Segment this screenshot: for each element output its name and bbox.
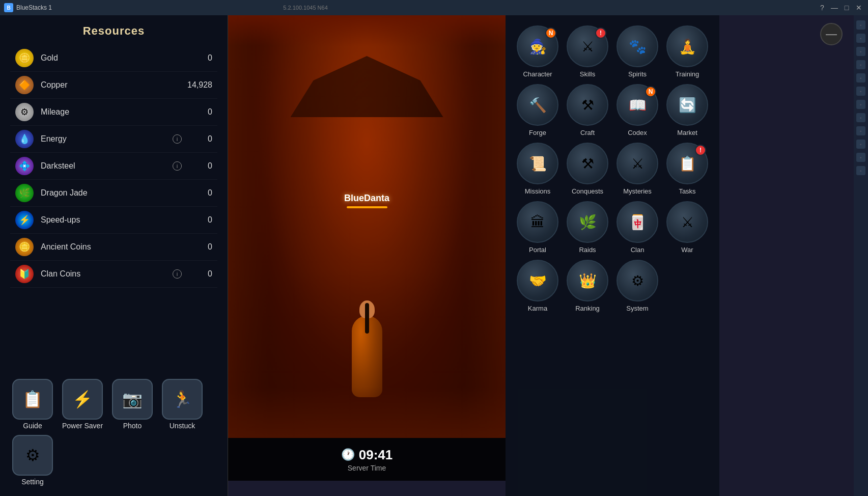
menu-emoji-clan: 🀄 — [629, 214, 647, 231]
menu-item-raids[interactable]: 🌿 Raids — [566, 201, 609, 254]
menu-label-war: War — [681, 246, 693, 254]
menu-icon-raids: 🌿 — [567, 201, 608, 243]
sidebar-icon-11[interactable]: ▪ — [856, 166, 865, 175]
sidebar-icon-10[interactable]: ▪ — [856, 153, 865, 162]
resource-value: 0 — [182, 215, 212, 225]
resource-icon: 🔶 — [15, 76, 34, 94]
action-btn-guide[interactable]: 📋 Guide — [10, 379, 55, 430]
menu-emoji-tasks: 📋 — [679, 155, 696, 172]
menu-emoji-forge: 🔨 — [529, 97, 547, 114]
server-time-label: Server Time — [348, 464, 386, 472]
game-viewport: BlueDanta — [228, 15, 506, 438]
sidebar-icon-4[interactable]: ▪ — [856, 73, 865, 82]
menu-item-clan[interactable]: 🀄 Clan — [615, 201, 659, 254]
menu-item-skills[interactable]: ⚔ ! Skills — [566, 25, 609, 78]
menu-item-codex[interactable]: 📖 N Codex — [615, 84, 659, 136]
resource-icon: 🪙 — [15, 238, 34, 256]
menu-item-tasks[interactable]: 📋 ! Tasks — [665, 143, 709, 195]
menu-item-karma[interactable]: 🤝 Karma — [516, 260, 559, 312]
resource-item-dragon-jade: 🌿 Dragon Jade 0 — [10, 180, 217, 207]
action-btn-power-saver[interactable]: ⚡ Power Saver — [60, 379, 105, 430]
close-button[interactable]: ✕ — [854, 3, 864, 13]
menu-label-system: System — [626, 305, 648, 312]
action-btn-photo[interactable]: 📷 Photo — [110, 379, 155, 430]
action-btn-label-setting: Setting — [21, 478, 44, 486]
menu-item-portal[interactable]: 🏛 Portal — [516, 201, 559, 254]
character-name: BlueDanta — [344, 193, 389, 204]
tree-right — [465, 15, 506, 438]
menu-icon-system: ⚙ — [617, 260, 658, 301]
resource-name: Mileage — [41, 107, 182, 117]
menu-emoji-raids: 🌿 — [579, 214, 597, 231]
menu-emoji-conquests: ⚒ — [581, 155, 594, 172]
menu-icon-skills: ⚔ ! — [567, 25, 608, 67]
menu-icon-war: ⚔ — [666, 201, 708, 243]
menu-icon-missions: 📜 — [517, 143, 558, 184]
menu-item-forge[interactable]: 🔨 Forge — [516, 84, 559, 136]
minimize-button[interactable]: — — [829, 3, 839, 13]
menu-item-character[interactable]: 🧙 N Character — [516, 25, 559, 78]
menu-label-portal: Portal — [529, 246, 546, 254]
char-head — [359, 300, 375, 318]
menu-icon-codex: 📖 N — [617, 84, 658, 126]
sidebar-icon-6[interactable]: ▪ — [856, 100, 865, 109]
resource-info-icon[interactable]: i — [173, 269, 182, 279]
menu-item-market[interactable]: 🔄 Market — [665, 84, 709, 136]
menu-icon-clan: 🀄 — [617, 201, 658, 243]
resource-icon: 🔰 — [15, 265, 34, 283]
menu-item-ranking[interactable]: 👑 Ranking — [566, 260, 609, 312]
resource-item-darksteel: 💠 Darksteel i 0 — [10, 153, 217, 180]
menu-item-craft[interactable]: ⚒ Craft — [566, 84, 609, 136]
resource-value: 0 — [182, 269, 212, 279]
minus-button[interactable]: — — [820, 23, 843, 45]
menu-emoji-mysteries: ⚔ — [631, 155, 644, 172]
menu-label-spirits: Spirits — [628, 70, 647, 78]
menu-item-mysteries[interactable]: ⚔ Mysteries — [615, 143, 659, 195]
action-btn-icon-power-saver: ⚡ — [62, 379, 103, 420]
resource-info-icon[interactable]: i — [173, 134, 182, 144]
menu-item-conquests[interactable]: ⚒ Conquests — [566, 143, 609, 195]
building-silhouette — [291, 56, 443, 117]
action-btn-setting[interactable]: ⚙ Setting — [10, 435, 55, 486]
help-button[interactable]: ? — [817, 3, 827, 13]
sidebar-icon-8[interactable]: ▪ — [856, 126, 865, 135]
menu-emoji-craft: ⚒ — [581, 97, 594, 114]
sidebar-icon-9[interactable]: ▪ — [856, 140, 865, 149]
resource-item-mileage: ⚙ Mileage 0 — [10, 99, 217, 126]
action-btn-icon-guide: 📋 — [12, 379, 53, 420]
menu-label-raids: Raids — [579, 246, 596, 254]
menu-grid: 🧙 N Character ⚔ ! Skills 🐾 Spirits 🧘 Tra… — [516, 25, 709, 312]
sidebar-icon-1[interactable]: ▪ — [856, 34, 865, 43]
resource-value: 0 — [182, 242, 212, 252]
menu-item-missions[interactable]: 📜 Missions — [516, 143, 559, 195]
resource-icon: ⚙ — [15, 103, 34, 121]
action-btn-unstuck[interactable]: 🏃 Unstuck — [160, 379, 205, 430]
menu-label-forge: Forge — [529, 129, 546, 136]
resource-name: Copper — [41, 80, 182, 90]
sidebar-icon-2[interactable]: ▪ — [856, 47, 865, 56]
menu-label-mysteries: Mysteries — [623, 187, 652, 195]
sidebar-icon-7[interactable]: ▪ — [856, 113, 865, 122]
menu-label-ranking: Ranking — [575, 305, 600, 312]
menu-item-spirits[interactable]: 🐾 Spirits — [615, 25, 659, 78]
menu-icon-character: 🧙 N — [517, 25, 558, 67]
char-hair — [365, 303, 369, 334]
menu-label-codex: Codex — [628, 129, 647, 136]
menu-icon-ranking: 👑 — [567, 260, 608, 301]
resource-info-icon[interactable]: i — [173, 161, 182, 171]
menu-item-war[interactable]: ⚔ War — [665, 201, 709, 254]
server-time-bar: 🕐 09:41 Server Time — [228, 438, 506, 481]
menu-label-missions: Missions — [525, 187, 551, 195]
menu-item-training[interactable]: 🧘 Training — [665, 25, 709, 78]
resource-list: 🪙 Gold 0 🔶 Copper 14,928 ⚙ Mileage 0 💧 E… — [0, 45, 228, 288]
sidebar-icon-5[interactable]: ▪ — [856, 87, 865, 96]
sidebar-icon-0[interactable]: ▪ — [856, 20, 865, 30]
resource-value: 0 — [182, 134, 212, 144]
action-btn-label-photo: Photo — [123, 422, 142, 430]
sidebar-icon-3[interactable]: ▪ — [856, 60, 865, 69]
menu-item-system[interactable]: ⚙ System — [615, 260, 659, 312]
menu-emoji-war: ⚔ — [681, 214, 694, 231]
resource-item-gold: 🪙 Gold 0 — [10, 45, 217, 72]
maximize-button[interactable]: □ — [842, 3, 852, 13]
ground-overlay — [228, 387, 506, 438]
